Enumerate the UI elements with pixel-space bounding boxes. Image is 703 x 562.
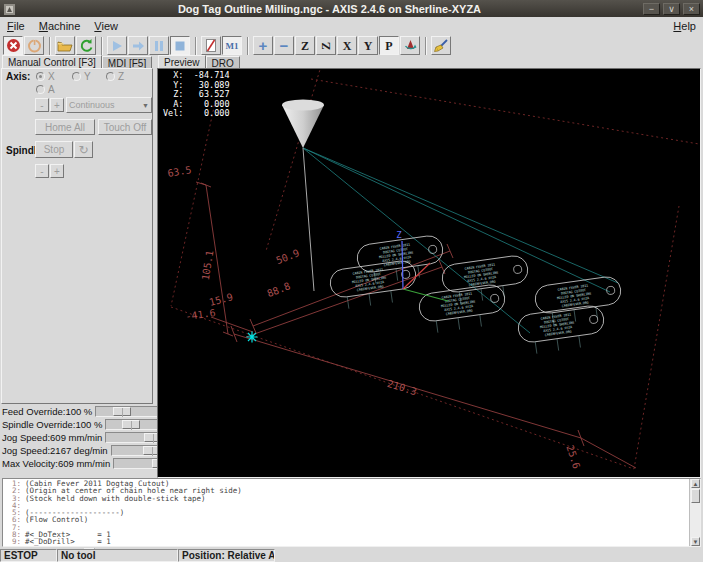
plunge-line [557, 339, 559, 351]
radio-circle [36, 85, 45, 94]
jog-plus-button[interactable]: + [50, 98, 64, 112]
minimize-button[interactable]: − [643, 3, 660, 15]
view-z-rotated-button[interactable]: Z [316, 36, 336, 55]
dro-readout: X: -84.714 Y: 30.089 Z: 63.527 A: 0.000 … [163, 71, 230, 119]
optional-stop-button[interactable]: M1 [222, 36, 242, 55]
menu-machine[interactable]: Machine [32, 18, 88, 34]
pause-icon [153, 40, 165, 52]
dim-50-9: 50.9 [275, 247, 301, 266]
clear-plot-button[interactable] [431, 36, 451, 55]
gcode-listing[interactable]: 1:(Cabin Fever 2011 Dogtag Cutout)2:(Ori… [2, 478, 701, 547]
plunge-line [369, 294, 371, 306]
dim-210-3: 210.3 [386, 378, 418, 397]
spindle-plus-button[interactable]: + [50, 164, 64, 178]
view-y-button[interactable]: Y [358, 36, 378, 55]
slider-handle[interactable] [113, 407, 131, 416]
step-button[interactable] [128, 36, 148, 55]
pause-button[interactable] [149, 36, 169, 55]
menu-bar: File Machine View Help [0, 17, 703, 36]
dogtag-outlines: CABIN FEVER 2011DOGTAG CUTOUTMILLED ON S… [328, 234, 624, 356]
gcode-line[interactable]: 9:#<_DoDrill> = 1 [3, 538, 689, 545]
view-perspective-button[interactable]: P [379, 36, 399, 55]
view-x-button[interactable]: X [337, 36, 357, 55]
plunge-line [347, 297, 349, 309]
gcode-line[interactable]: 6:(Flow Control) [3, 516, 689, 523]
slider-value: 609 mm/min [58, 458, 110, 469]
origin-marker-icon [247, 332, 258, 343]
zoom-out-button[interactable]: − [274, 36, 294, 55]
axis-radio-y[interactable]: Y [72, 71, 91, 82]
home-all-button[interactable]: Home All [35, 119, 95, 135]
axis-radio-x[interactable]: X [36, 71, 55, 82]
toolbar-separator [49, 37, 51, 55]
reload-button[interactable] [76, 36, 96, 55]
status-estop: ESTOP [0, 549, 57, 562]
menu-file[interactable]: File [0, 18, 32, 34]
menu-help[interactable]: Help [666, 18, 703, 34]
tab-dro[interactable]: DRO [206, 56, 240, 68]
view-z-rotated-icon: Z [320, 41, 332, 49]
zoom-out-icon: − [280, 40, 289, 52]
dim-63-5: 63.5 [167, 164, 193, 179]
close-button[interactable]: × [683, 3, 700, 15]
stop-button[interactable] [170, 36, 190, 55]
jog-increment-value: Continuous [69, 100, 115, 110]
tab-mdi[interactable]: MDI [F5] [102, 56, 152, 68]
machine-power-button[interactable] [24, 36, 44, 55]
jog-minus-button[interactable]: - [35, 98, 49, 112]
slider-row: Jog Speed:2167 deg/min [0, 444, 155, 457]
scrollbar-thumb[interactable] [691, 489, 700, 503]
plunge-line [436, 321, 438, 333]
touch-off-button[interactable]: Touch Off [98, 119, 152, 135]
tool-path-line [303, 148, 314, 291]
gcode-scrollbar[interactable]: ▲ ▼ [689, 479, 700, 546]
estop-icon [6, 38, 21, 53]
radio-circle [72, 72, 81, 81]
origin-axes: Z [396, 230, 448, 301]
plunge-line [391, 291, 393, 303]
tab-preview[interactable]: Preview [158, 55, 206, 68]
tab-manual-control[interactable]: Manual Control [F3] [2, 55, 102, 68]
rotate-view-icon [403, 38, 418, 53]
zoom-in-button[interactable]: + [253, 36, 273, 55]
spindle-minus-button[interactable]: - [35, 164, 49, 178]
plunge-line [535, 342, 537, 354]
dimension-labels: 63.5 105.1 50.9 88.8 15.9 -41.6 210.3 25… [167, 164, 583, 470]
reload-icon [79, 38, 94, 53]
window-title: Dog Tag Outline Milling.ngc - AXIS 2.4.6… [16, 3, 643, 15]
slider-handle[interactable] [122, 420, 140, 429]
menu-view[interactable]: View [87, 18, 125, 34]
view-perspective-icon: P [385, 40, 392, 52]
jog-increment-dropdown[interactable]: Continuous ▼ [66, 97, 152, 113]
gcode-line[interactable]: 5:(--------------------) [3, 509, 689, 516]
main-area: Manual Control [F3] MDI [F5] Axis: X Y Z… [0, 55, 703, 478]
plunge-line [574, 310, 576, 322]
axis-radio-z[interactable]: Z [106, 71, 124, 82]
tool-cone [282, 100, 324, 149]
axis-radio-a[interactable]: A [36, 84, 55, 95]
backplot-scene: 63.5 105.1 50.9 88.8 15.9 -41.6 210.3 25… [158, 69, 700, 477]
spindle-forward-button[interactable]: ↻ [74, 141, 93, 158]
override-sliders: Feed Override:100 %Spindle Override:100 … [0, 405, 155, 470]
scroll-down-icon[interactable]: ▼ [691, 537, 700, 546]
gcode-text: 1:(Cabin Fever 2011 Dogtag Cutout)2:(Ori… [3, 480, 689, 546]
slider-row: Max Velocity:609 mm/min [0, 457, 155, 470]
estop-button[interactable] [3, 36, 23, 55]
preview-canvas[interactable]: 63.5 105.1 50.9 88.8 15.9 -41.6 210.3 25… [157, 68, 701, 478]
slider-value: 100 % [65, 406, 92, 417]
scroll-up-icon[interactable]: ▲ [691, 479, 700, 488]
spindle-stop-button[interactable]: Stop [35, 141, 73, 158]
open-file-button[interactable] [55, 36, 75, 55]
view-z-button[interactable]: Z [295, 36, 315, 55]
slider-value: 2167 deg/min [50, 445, 108, 456]
rotate-view-button[interactable] [400, 36, 420, 55]
maximize-button[interactable]: ∨ [663, 3, 680, 15]
slider-trough[interactable] [95, 406, 159, 417]
dim-105-1: 105.1 [200, 250, 216, 281]
app-icon [3, 2, 16, 15]
plunge-line [579, 336, 581, 348]
gcode-line[interactable]: 3:(Stock held down with double-stick tap… [3, 495, 689, 502]
run-button[interactable] [107, 36, 127, 55]
slider-label: Spindle Override: [2, 419, 75, 430]
block-delete-button[interactable] [201, 36, 221, 55]
